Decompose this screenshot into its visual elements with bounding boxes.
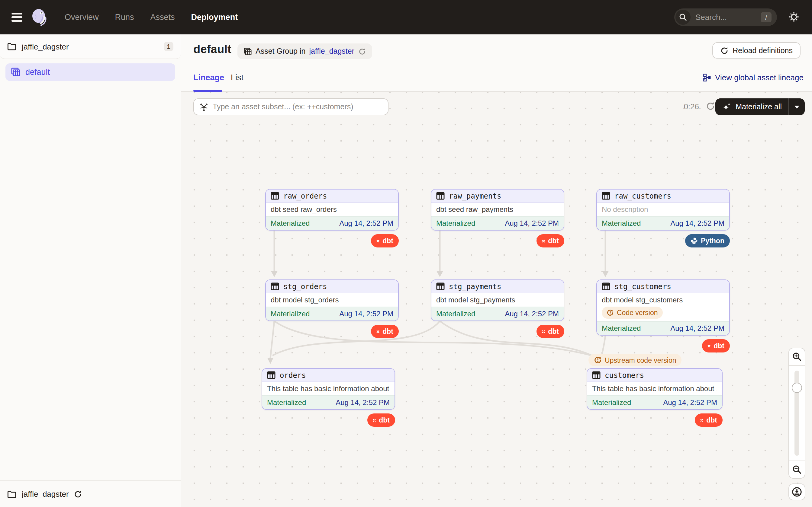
dbt-kind-badge[interactable]: dbt (702, 339, 730, 352)
node-body: This table has basic information about .… (262, 382, 395, 395)
asset-node-orders[interactable]: orders This table has basic information … (262, 368, 395, 410)
zoom-slider-thumb[interactable] (792, 383, 802, 393)
materialize-all-main[interactable]: Materialize all (715, 102, 789, 112)
table-icon (602, 192, 610, 200)
zoom-slider[interactable] (789, 365, 805, 461)
lineage-canvas[interactable]: Type an asset subset... (ex: ++customers… (181, 92, 812, 507)
asset-name: stg_customers (614, 282, 671, 291)
dbt-kind-badge[interactable]: dbt (695, 413, 723, 427)
sidebar-item-default[interactable]: default (5, 63, 175, 81)
zoom-out-button[interactable] (789, 461, 805, 478)
dbt-kind-badge[interactable]: dbt (371, 325, 399, 338)
dbt-logo-icon (700, 416, 703, 424)
node-body: dbt seed raw_payments (432, 203, 564, 216)
asset-description: dbt model stg_payments (436, 296, 559, 304)
refresh-icon[interactable] (74, 490, 82, 498)
asset-group-icon (11, 68, 20, 77)
lineage-graph-icon (703, 74, 711, 81)
context-pill-prefix: Asset Group in (256, 47, 305, 56)
materialization-status: Materialized (592, 398, 631, 407)
folder-icon (7, 42, 16, 51)
table-icon (602, 282, 610, 290)
refresh-icon[interactable] (358, 47, 366, 55)
kind-badge-label: Python (701, 237, 724, 244)
recenter-view-button[interactable] (789, 484, 805, 500)
sidebar-project-row[interactable]: jaffle_dagster 1 (0, 35, 181, 59)
zoom-in-button[interactable] (789, 348, 805, 365)
asset-node-customers[interactable]: customers This table has basic informati… (587, 368, 723, 410)
asset-node-stg_customers[interactable]: stg_customers dbt model stg_customers Co… (596, 279, 730, 336)
node-footer: Materialized Aug 14, 2:52 PM (262, 395, 395, 409)
search-input[interactable]: Search... / (674, 8, 777, 26)
asset-name: orders (280, 371, 306, 379)
node-header: orders (262, 369, 395, 382)
kind-badge-label: dbt (548, 328, 559, 335)
reload-definitions-button[interactable]: Reload definitions (712, 42, 801, 59)
nav-item-deployment[interactable]: Deployment (191, 13, 238, 22)
materialization-status: Materialized (271, 219, 310, 228)
zoom-in-icon (792, 352, 802, 361)
view-global-asset-lineage-link[interactable]: View global asset lineage (703, 73, 804, 82)
asset-node-stg_payments[interactable]: stg_payments dbt model stg_payments Mate… (431, 279, 564, 321)
dagster-app: Overview Runs Assets Deployment Search..… (0, 0, 812, 507)
zoom-out-icon (792, 465, 802, 474)
settings-gear-icon[interactable] (787, 10, 801, 23)
table-icon (436, 192, 445, 200)
nav-links: Overview Runs Assets Deployment (65, 13, 238, 22)
dbt-kind-badge[interactable]: dbt (371, 234, 399, 247)
kind-badge-label: dbt (706, 416, 717, 424)
nav-item-runs[interactable]: Runs (115, 13, 134, 22)
dbt-logo-icon (707, 342, 711, 350)
asset-description: dbt model stg_orders (271, 296, 393, 304)
node-footer: Materialized Aug 14, 2:52 PM (432, 216, 564, 230)
search-placeholder: Search... (695, 13, 761, 22)
asset-node-raw_orders[interactable]: raw_orders dbt seed raw_orders Materiali… (265, 189, 399, 231)
dbt-logo-icon (542, 327, 545, 335)
node-body: This table has basic information about .… (587, 382, 722, 395)
node-body: dbt model stg_orders (266, 293, 398, 306)
asset-name: raw_customers (614, 192, 671, 200)
hamburger-menu-icon[interactable] (11, 13, 22, 21)
top-nav: Overview Runs Assets Deployment Search..… (0, 0, 812, 35)
search-shortcut-key: / (761, 12, 771, 22)
dbt-kind-badge[interactable]: dbt (367, 413, 395, 427)
materialization-status: Materialized (602, 324, 641, 333)
materialize-all-button[interactable]: Materialize all (715, 98, 805, 115)
kind-badge-label: dbt (383, 237, 393, 244)
dbt-kind-badge[interactable]: dbt (537, 234, 564, 247)
python-kind-badge[interactable]: Python (685, 234, 730, 247)
dbt-kind-badge[interactable]: dbt (537, 325, 564, 338)
refresh-icon[interactable] (706, 101, 715, 111)
node-footer: Materialized Aug 14, 2:52 PM (597, 321, 729, 335)
view-global-asset-lineage-label: View global asset lineage (715, 73, 804, 82)
sidebar-footer-label: jaffle_dagster (22, 490, 69, 499)
materialization-timestamp: Aug 14, 2:52 PM (336, 398, 390, 407)
table-icon (436, 282, 445, 290)
code-version-changed-icon (607, 309, 614, 316)
context-pill-link[interactable]: jaffle_dagster (309, 47, 354, 56)
nav-item-assets[interactable]: Assets (150, 13, 175, 22)
materialization-timestamp: Aug 14, 2:52 PM (663, 398, 717, 407)
materialization-status: Materialized (436, 219, 475, 228)
asset-node-stg_orders[interactable]: stg_orders dbt model stg_orders Material… (265, 279, 399, 321)
asset-description: dbt model stg_customers (602, 296, 724, 304)
asset-group-icon (244, 47, 252, 55)
materialize-all-label: Materialize all (735, 103, 782, 111)
dagster-logo-icon[interactable] (30, 7, 49, 27)
asset-name: raw_orders (283, 192, 327, 200)
node-header: stg_customers (597, 280, 729, 293)
asset-subset-placeholder: Type an asset subset... (ex: ++customers… (213, 103, 353, 111)
asset-node-raw_payments[interactable]: raw_payments dbt seed raw_payments Mater… (431, 189, 564, 231)
asset-subset-input[interactable]: Type an asset subset... (ex: ++customers… (193, 98, 389, 115)
reload-definitions-label: Reload definitions (732, 46, 793, 55)
node-header: raw_payments (432, 189, 564, 203)
tab-lineage[interactable]: Lineage (193, 73, 224, 82)
asset-description: This table has basic information about .… (267, 385, 390, 393)
materialization-timestamp: Aug 14, 2:52 PM (670, 219, 724, 228)
materialize-dropdown-button[interactable] (789, 105, 805, 108)
nav-item-overview[interactable]: Overview (65, 13, 99, 22)
tab-list[interactable]: List (231, 73, 244, 82)
asset-node-raw_customers[interactable]: raw_customers No description Materialize… (596, 189, 730, 231)
sidebar-footer: jaffle_dagster (0, 481, 181, 507)
kind-badge-label: dbt (383, 328, 393, 335)
